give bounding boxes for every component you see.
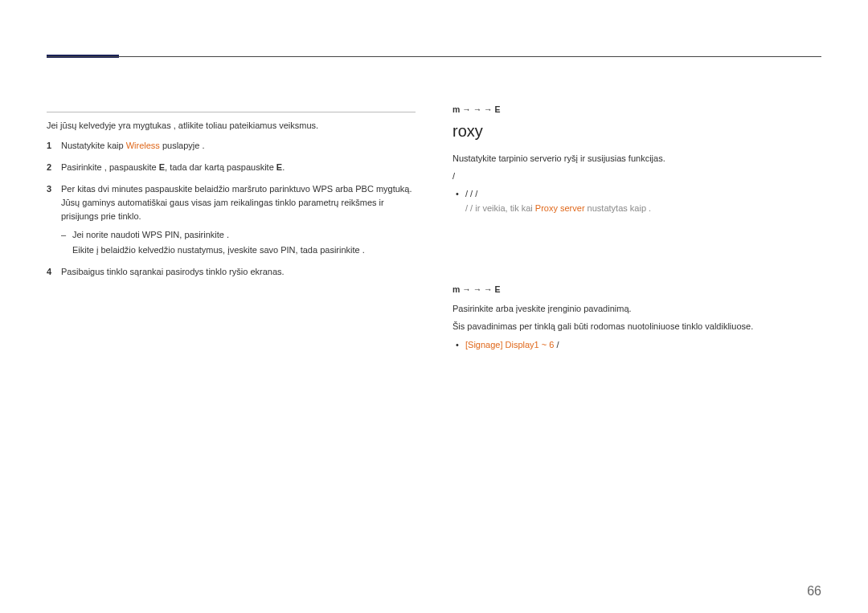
wireless-label: Wireless: [126, 141, 160, 150]
nav-path-1: m → → → E: [452, 104, 821, 114]
device-name-section: m → → → E Pasirinkite arba įveskite įren…: [452, 284, 821, 352]
proxy-note: / / ir veikia, tik kai Proxy server nust…: [452, 202, 821, 216]
nav1-c: → E: [484, 104, 500, 114]
note-a: / / ir: [465, 203, 482, 213]
device-bullet: [Signage] Display1 ~ 6 /: [452, 337, 821, 353]
steps-list: Nustatykite kaip Wireless puslapyje . Pa…: [47, 139, 416, 279]
right-column: m → → → E roxy Nustatykite tarpinio serv…: [452, 104, 821, 352]
step3-line2: Jūsų gaminys automatiškai gaus visas jam…: [61, 198, 384, 221]
proxy-slash: /: [452, 170, 821, 184]
note-proxy-server: Proxy server: [535, 203, 585, 213]
step1-text-b: puslapyje: [160, 141, 203, 150]
step-2: Pasirinkite , paspauskite E, tada dar ka…: [47, 161, 416, 174]
nav2-m: m →: [452, 284, 473, 294]
step2-text-end: .: [282, 162, 285, 172]
proxy-bullets: / / /: [452, 186, 821, 202]
step-3: Per kitas dvi minutes paspauskite belaid…: [47, 182, 416, 257]
step1-text-c: .: [202, 141, 204, 150]
step3-sub: Jei norite naudoti WPS PIN, pasirinkite …: [61, 228, 416, 242]
header-rule: [47, 56, 821, 57]
section-rule: [47, 104, 416, 112]
device-bullet-rest: /: [554, 340, 559, 349]
step-4: Pasibaigus tinklo sąrankai pasirodys tin…: [47, 265, 416, 279]
intro-text: Jei jūsų kelvedyje yra mygtukas , atliki…: [47, 119, 416, 133]
left-column: Jei jūsų kelvedyje yra mygtukas , atliki…: [47, 104, 416, 352]
proxy-heading: roxy: [452, 122, 821, 141]
device-line2: Šis pavadinimas per tinklą gali būti rod…: [452, 320, 821, 334]
nav1-m: m →: [452, 104, 473, 114]
step1-text-a: Nustatykite kaip: [61, 141, 126, 150]
nav1-b: →: [473, 104, 484, 114]
nav-path-2: m → → → E: [452, 284, 821, 294]
signage-display-label: [Signage] Display1 ~ 6: [465, 340, 554, 349]
note-c: nustatytas kaip .: [585, 203, 652, 213]
device-bullets: [Signage] Display1 ~ 6 /: [452, 337, 821, 353]
note-b: veikia, tik kai: [482, 203, 534, 213]
step2-text-a: Pasirinkite , paspauskite: [61, 162, 159, 172]
nav2-b: →: [473, 284, 484, 294]
document-page: Jei jūsų kelvedyje yra mygtukas , atliki…: [0, 0, 868, 613]
step2-e1: E: [159, 162, 165, 172]
device-line1: Pasirinkite arba įveskite įrenginio pava…: [452, 302, 821, 317]
page-number: 66: [807, 584, 821, 599]
proxy-bullet-1: / / /: [452, 186, 821, 202]
step3-sub-line2: Eikite į belaidžio kelvedžio nustatymus,…: [61, 243, 416, 257]
two-column-layout: Jei jūsų kelvedyje yra mygtukas , atliki…: [47, 104, 821, 352]
nav2-c: → E: [484, 284, 500, 294]
step2-text-mid: , tada dar kartą paspauskite: [165, 162, 276, 172]
step3-line1: Per kitas dvi minutes paspauskite belaid…: [61, 184, 412, 194]
proxy-description: Nustatykite tarpinio serverio ryšį ir su…: [452, 152, 821, 166]
step-1: Nustatykite kaip Wireless puslapyje .: [47, 139, 416, 153]
